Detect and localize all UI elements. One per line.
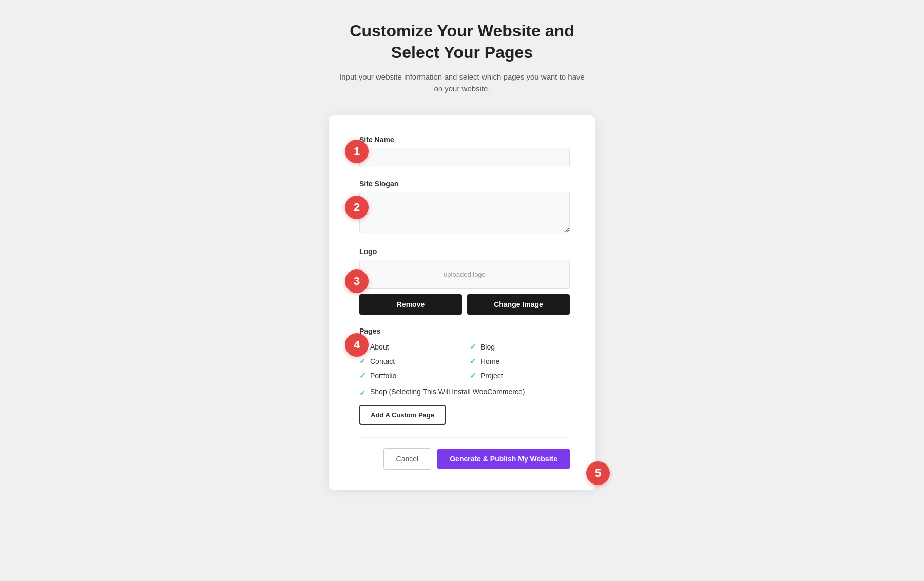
check-icon-blog: ✓ (470, 342, 476, 352)
page-item-shop[interactable]: ✓ Shop (Selecting This Will Install WooC… (359, 388, 570, 398)
page-subtitle: Input your website information and selec… (339, 71, 585, 94)
remove-button[interactable]: Remove (359, 294, 462, 315)
pages-grid: ✓ About ✓ Blog ✓ Contact ✓ Home ✓ Portfo… (359, 342, 570, 380)
generate-publish-button[interactable]: Generate & Publish My Website (437, 449, 570, 469)
cancel-button[interactable]: Cancel (383, 448, 432, 470)
check-icon-shop: ✓ (359, 389, 366, 398)
change-image-button[interactable]: Change Image (467, 294, 570, 315)
pages-label: Pages (359, 327, 570, 335)
site-slogan-label: Site Slogan (359, 180, 570, 188)
step-5-badge: 5 (586, 461, 610, 485)
page-label-contact: Contact (370, 357, 395, 365)
site-slogan-input[interactable] (359, 192, 570, 233)
page-title: Customize Your Website andSelect Your Pa… (339, 21, 585, 63)
step-1-badge: 1 (345, 140, 369, 163)
page-item-about[interactable]: ✓ About (359, 342, 459, 352)
page-label-blog: Blog (480, 343, 495, 351)
page-item-home[interactable]: ✓ Home (470, 357, 570, 366)
site-name-field: 1 Site Name (359, 135, 570, 167)
page-item-portfolio[interactable]: ✓ Portfolio (359, 371, 459, 380)
check-icon-home: ✓ (470, 357, 476, 366)
check-icon-project: ✓ (470, 371, 476, 380)
step-3-badge: 3 (345, 269, 369, 293)
page-label-project: Project (480, 372, 503, 380)
site-name-label: Site Name (359, 135, 570, 144)
logo-preview-text: uploaded logo (444, 270, 486, 278)
site-slogan-field: 2 Site Slogan (359, 180, 570, 235)
page-label-home: Home (480, 357, 499, 365)
page-item-contact[interactable]: ✓ Contact (359, 357, 459, 366)
step-2-badge: 2 (345, 196, 369, 219)
page-label-portfolio: Portfolio (370, 372, 396, 380)
logo-buttons: Remove Change Image (359, 294, 570, 315)
step-4-badge: 4 (345, 333, 369, 357)
pages-section: 4 Pages ✓ About ✓ Blog ✓ Contact ✓ Home (359, 327, 570, 425)
page-header: Customize Your Website andSelect Your Pa… (339, 21, 585, 94)
form-card: 1 Site Name 2 Site Slogan 3 Logo uploade… (329, 115, 595, 490)
logo-preview: uploaded logo (359, 260, 570, 289)
page-item-blog[interactable]: ✓ Blog (470, 342, 570, 352)
page-label-about: About (370, 343, 389, 351)
site-name-input[interactable] (359, 148, 570, 167)
check-icon-portfolio: ✓ (359, 371, 366, 380)
page-label-shop: Shop (Selecting This Will Install WooCom… (370, 388, 525, 396)
add-custom-page-button[interactable]: Add A Custom Page (359, 405, 446, 425)
logo-label: Logo (359, 247, 570, 256)
form-actions: Cancel Generate & Publish My Website 5 (359, 437, 570, 470)
page-item-project[interactable]: ✓ Project (470, 371, 570, 380)
logo-field: 3 Logo uploaded logo Remove Change Image (359, 247, 570, 315)
check-icon-contact: ✓ (359, 357, 366, 366)
